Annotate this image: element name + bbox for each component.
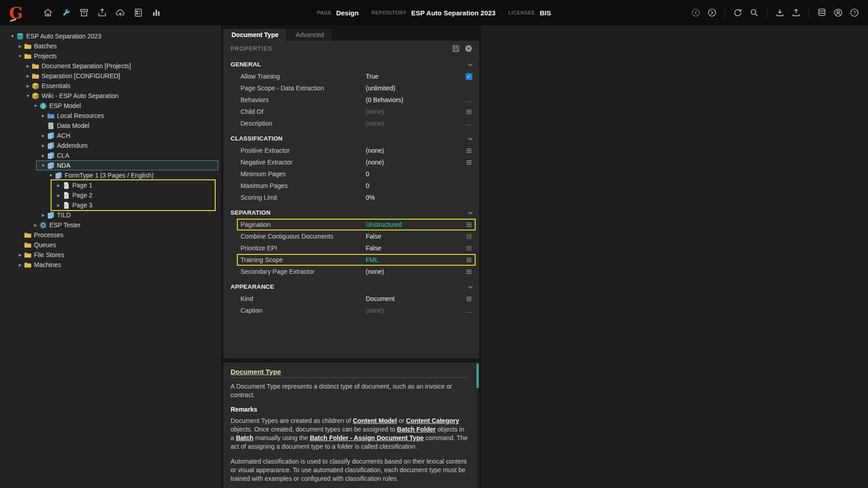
- tree-item[interactable]: ▶ Page 3: [0, 200, 221, 210]
- property-row-prioritize-epi[interactable]: Prioritize EPI False: [223, 242, 479, 254]
- expand-arrow-icon[interactable]: ▶: [17, 44, 24, 48]
- tab-document-type[interactable]: Document Type: [223, 29, 287, 41]
- property-value[interactable]: (none): [366, 117, 384, 129]
- property-value[interactable]: (none): [366, 145, 384, 156]
- database-icon[interactable]: [816, 7, 827, 18]
- expand-arrow-icon[interactable]: ▼: [24, 94, 31, 98]
- tree-item[interactable]: ▼ Wiki - ESP Auto Separation: [0, 91, 221, 101]
- expand-arrow-icon[interactable]: ▶: [40, 144, 47, 148]
- tree-item[interactable]: ▶ Page 2: [0, 190, 221, 200]
- tree-item[interactable]: ▶ Batches: [0, 41, 221, 51]
- property-value[interactable]: 0: [366, 168, 369, 180]
- close-icon[interactable]: [465, 45, 473, 53]
- ellipsis-icon[interactable]: …: [462, 305, 476, 316]
- menu-icon[interactable]: [462, 106, 476, 117]
- menu-icon[interactable]: [462, 219, 476, 230]
- tree-item[interactable]: ▶ File Stores: [0, 250, 221, 260]
- expand-arrow-icon[interactable]: ▶: [24, 84, 31, 88]
- save-icon[interactable]: [452, 45, 460, 53]
- chevron-down-icon[interactable]: [468, 60, 473, 68]
- property-row-caption[interactable]: Caption (none) …: [223, 305, 479, 316]
- expand-arrow-icon[interactable]: ▶: [40, 114, 47, 118]
- property-row-description[interactable]: Description (none) …: [223, 117, 479, 129]
- section-header-separation[interactable]: SEPARATION: [223, 206, 479, 219]
- tree-item[interactable]: ▶ Machines: [0, 260, 221, 270]
- property-row-secondary-page-extractor[interactable]: Secondary Page Extractor (none): [223, 266, 479, 277]
- help-icon[interactable]: ?: [849, 7, 860, 18]
- menu-icon[interactable]: [462, 266, 476, 277]
- tree-item[interactable]: ▶ Essentials: [0, 81, 221, 91]
- tree-item[interactable]: ▶ Local Resources: [0, 111, 221, 121]
- property-value[interactable]: 0: [366, 180, 369, 192]
- expand-arrow-icon[interactable]: ▶: [55, 193, 62, 197]
- section-header-general[interactable]: GENERAL: [223, 58, 479, 70]
- expand-arrow-icon[interactable]: ▶: [55, 203, 62, 207]
- download-icon[interactable]: [774, 7, 785, 18]
- expand-arrow-icon[interactable]: ▼: [17, 54, 24, 58]
- tree-item[interactable]: ▼ ESP Auto Separation 2023: [0, 31, 221, 41]
- property-value[interactable]: False: [366, 230, 381, 242]
- menu-icon[interactable]: [462, 254, 476, 266]
- page-value[interactable]: Design: [336, 9, 359, 17]
- content-model-link[interactable]: Content Model: [353, 417, 397, 424]
- expand-arrow-icon[interactable]: ▶: [40, 154, 47, 158]
- expand-arrow-icon[interactable]: ▶: [32, 223, 39, 227]
- tree-item[interactable]: ▼ FormType 1 (3 Pages / English): [0, 170, 221, 180]
- search-icon[interactable]: [749, 7, 760, 18]
- user-icon[interactable]: [833, 7, 844, 18]
- expand-arrow-icon[interactable]: ▼: [40, 164, 47, 168]
- property-row-behaviors[interactable]: Behaviors (0 Behaviors) …: [223, 94, 479, 106]
- expand-arrow-icon[interactable]: ▶: [17, 253, 24, 257]
- expand-arrow-icon[interactable]: ▶: [24, 64, 31, 68]
- licensee-value[interactable]: BIS: [540, 9, 551, 17]
- property-row-kind[interactable]: Kind Document: [223, 293, 479, 305]
- section-header-appearance[interactable]: APPEARANCE: [223, 280, 479, 293]
- property-value[interactable]: 0%: [366, 192, 375, 203]
- forward-icon[interactable]: [707, 7, 717, 18]
- tools-icon[interactable]: [61, 7, 71, 18]
- expand-arrow-icon[interactable]: ▶: [40, 213, 47, 217]
- property-row-page-scope-data-extraction[interactable]: Page Scope - Data Extraction (unlimited): [223, 82, 479, 94]
- chevron-down-icon[interactable]: [468, 282, 473, 291]
- property-row-negative-extractor[interactable]: Negative Extractor (none): [223, 156, 479, 168]
- content-category-link[interactable]: Content Category: [406, 417, 459, 424]
- expand-arrow-icon[interactable]: ▶: [55, 183, 62, 188]
- property-value[interactable]: (none): [366, 156, 384, 168]
- tree-item[interactable]: ▼ NDA: [0, 160, 221, 170]
- chevron-down-icon[interactable]: [468, 208, 473, 216]
- expand-arrow-icon[interactable]: ▶: [17, 263, 24, 267]
- expand-arrow-icon[interactable]: ▼: [47, 174, 54, 178]
- property-value[interactable]: (0 Behaviors): [366, 94, 403, 106]
- property-row-positive-extractor[interactable]: Positive Extractor (none): [223, 145, 479, 156]
- back-icon[interactable]: [690, 7, 701, 18]
- assign-document-type-link[interactable]: Batch Folder - Assign Document Type: [310, 434, 424, 441]
- tree-item[interactable]: ▶ ESP Tester: [0, 220, 221, 230]
- property-row-maximum-pages[interactable]: Maximum Pages 0: [223, 180, 479, 192]
- checkbox-checked[interactable]: ✓: [462, 70, 476, 82]
- property-row-combine-contiguous-documents[interactable]: Combine Contiguous Documents False: [223, 230, 479, 242]
- batches-icon[interactable]: [79, 7, 90, 18]
- property-row-minimum-pages[interactable]: Minimum Pages 0: [223, 168, 479, 180]
- tree-item[interactable]: ▶ ACH: [0, 131, 221, 141]
- checkbox-unchecked[interactable]: [462, 230, 476, 242]
- tasks-icon[interactable]: [133, 7, 144, 18]
- property-row-allow-training[interactable]: Allow Training True ✓: [223, 70, 479, 82]
- menu-icon[interactable]: [462, 156, 476, 168]
- batch-link[interactable]: Batch: [236, 434, 254, 441]
- tab-advanced[interactable]: Advanced: [288, 29, 332, 41]
- tree-item[interactable]: ▶ TILD: [0, 210, 221, 220]
- ellipsis-icon[interactable]: …: [462, 94, 476, 106]
- section-header-classification[interactable]: CLASSIFICATION: [223, 132, 479, 145]
- property-value[interactable]: FML: [366, 254, 378, 266]
- expand-arrow-icon[interactable]: ▶: [40, 134, 47, 138]
- menu-icon[interactable]: [462, 293, 476, 305]
- property-value[interactable]: Document: [366, 293, 395, 305]
- tree-item[interactable]: ▶ Separation [CONFIGURED]: [0, 71, 221, 81]
- tree-item[interactable]: ▼ ESP Model: [0, 101, 221, 111]
- menu-icon[interactable]: [462, 145, 476, 156]
- tree-item[interactable]: Data Model: [0, 121, 221, 131]
- export-icon[interactable]: [97, 7, 108, 18]
- repository-value[interactable]: ESP Auto Separation 2023: [411, 9, 495, 17]
- chevron-down-icon[interactable]: [468, 134, 473, 142]
- property-value[interactable]: (unlimited): [366, 82, 395, 94]
